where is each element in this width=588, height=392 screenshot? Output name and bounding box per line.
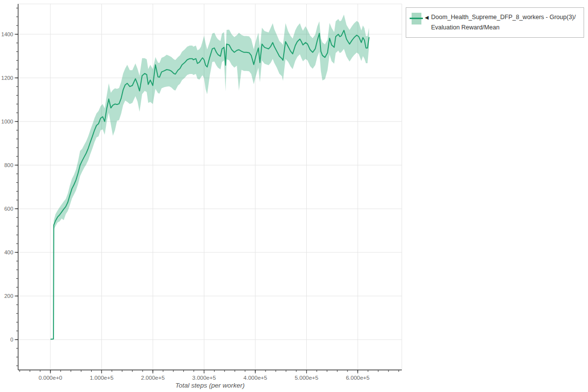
x-tick-label: 6.000e+5 [346,375,369,381]
confidence-band-area [51,15,369,339]
x-tick-label: 5.000e+5 [294,375,318,381]
y-tick-label: 400 [4,249,13,255]
series-swatch-icon [412,13,421,24]
x-tick-label: 4.000e+5 [244,375,267,381]
x-tick-label: 2.000e+5 [141,375,165,381]
y-tick-label: 1000 [1,119,13,124]
x-tick-label: 3.000e+5 [192,375,216,381]
y-tick-label: 0 [10,337,13,343]
legend-item[interactable]: ◀ Doom_Health_Supreme_DFP_8_workers - Gr… [412,12,578,33]
y-tick-label: 600 [4,206,13,212]
y-tick-label: 800 [4,162,13,168]
y-tick-label: 1400 [1,31,13,37]
chart-canvas: 0.000e+01.000e+52.000e+53.000e+54.000e+5… [0,0,588,392]
reward-chart: 0.000e+01.000e+52.000e+53.000e+54.000e+5… [0,0,588,392]
series-marker-icon: ◀ [425,12,429,23]
mean-line-path [51,30,369,339]
y-tick-label: 200 [4,293,13,299]
axis-tick-labels: 0.000e+01.000e+52.000e+53.000e+54.000e+5… [1,31,370,381]
x-axis-title: Total steps (per worker) [175,382,245,389]
x-tick-label: 1.000e+5 [90,375,113,381]
confidence-band [51,15,369,339]
y-tick-label: 1200 [1,75,13,81]
mean-line [51,30,369,339]
legend-label: Doom_Health_Supreme_DFP_8_workers - Grou… [431,12,578,33]
x-tick-label: 0.000e+0 [39,375,62,381]
legend: ◀ Doom_Health_Supreme_DFP_8_workers - Gr… [406,7,584,38]
